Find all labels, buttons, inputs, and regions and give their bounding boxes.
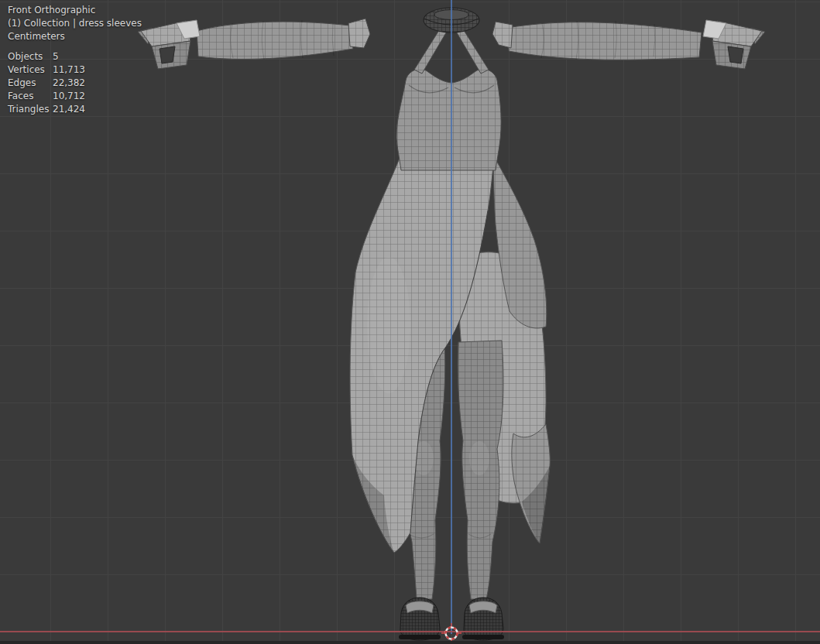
stat-value: 21,424	[53, 103, 85, 116]
stat-label: Objects	[8, 50, 53, 63]
view-label: Front Orthographic	[8, 4, 142, 17]
stat-value: 5	[53, 50, 59, 63]
units-label: Centimeters	[8, 30, 142, 43]
stat-value: 10,712	[53, 90, 85, 103]
3d-viewport[interactable]: Front Orthographic (1) Collection | dres…	[0, 0, 820, 644]
stat-row: Objects 5	[8, 50, 142, 63]
sleeve-left	[197, 19, 370, 60]
stat-label: Vertices	[8, 63, 53, 77]
stat-value: 22,382	[53, 77, 85, 90]
bodice	[396, 69, 501, 170]
viewport-hud: Front Orthographic (1) Collection | dres…	[8, 4, 142, 116]
stat-row: Edges 22,382	[8, 77, 142, 90]
stat-value: 11,713	[53, 63, 85, 77]
stat-row: Triangles 21,424	[8, 103, 142, 116]
stat-row: Faces 10,712	[8, 90, 142, 103]
stats-table: Objects 5 Vertices 11,713 Edges 22,382 F…	[8, 50, 142, 116]
stat-label: Faces	[8, 90, 53, 103]
sleeve-left-bow	[138, 20, 200, 69]
sleeve-right-bow	[703, 20, 765, 69]
stat-label: Triangles	[8, 103, 53, 116]
context-label: (1) Collection | dress sleeves	[8, 17, 142, 30]
x-axis-line	[0, 631, 820, 632]
z-axis-line	[451, 0, 452, 634]
sleeve-right	[492, 21, 702, 60]
editor-edge-divider	[0, 641, 820, 644]
stat-row: Vertices 11,713	[8, 63, 142, 77]
stat-label: Edges	[8, 77, 53, 90]
